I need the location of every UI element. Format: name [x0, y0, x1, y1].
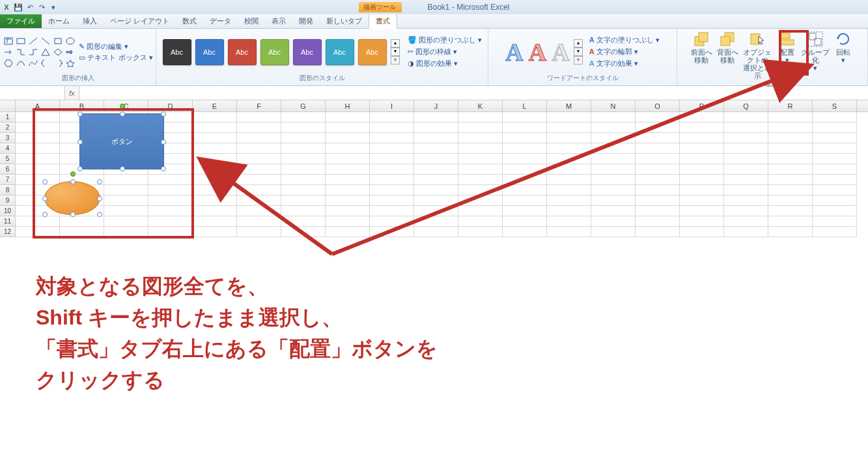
cell[interactable] [768, 196, 813, 206]
cell[interactable] [148, 216, 193, 227]
cell[interactable] [813, 185, 857, 196]
rotate-button[interactable]: 回転▾ [831, 30, 856, 64]
cell[interactable] [237, 112, 281, 123]
tab-newtab[interactable]: 新しいタブ [320, 14, 369, 28]
cell[interactable] [591, 216, 636, 227]
rotation-handle[interactable] [70, 171, 76, 177]
col-header[interactable]: P [680, 100, 724, 111]
selection-handle[interactable] [77, 139, 83, 145]
cell[interactable] [281, 112, 326, 123]
selection-handle[interactable] [77, 111, 83, 117]
cell[interactable] [104, 216, 148, 227]
cell[interactable] [503, 216, 547, 227]
cell[interactable] [370, 112, 414, 123]
cell[interactable] [281, 164, 326, 175]
cell[interactable] [104, 227, 148, 237]
shape-star-icon[interactable] [64, 58, 76, 68]
tab-pagelayout[interactable]: ページ レイアウト [104, 14, 176, 28]
redo-icon[interactable]: ↷ [36, 2, 47, 12]
cell[interactable] [591, 206, 636, 216]
cell[interactable] [148, 175, 193, 185]
cell[interactable] [724, 112, 768, 123]
shape-effects-button[interactable]: ◑図形の効果 ▾ [408, 59, 482, 68]
cell[interactable] [636, 175, 680, 185]
row-header[interactable]: 5 [0, 154, 16, 164]
cell[interactable] [503, 133, 547, 143]
cell[interactable] [193, 196, 237, 206]
cell[interactable] [237, 227, 281, 237]
cell[interactable] [60, 216, 104, 227]
cell[interactable] [813, 133, 857, 143]
text-fill-button[interactable]: A 文字の塗りつぶし ▾ [589, 35, 660, 45]
style-swatch-3[interactable]: Abc [228, 39, 257, 65]
cell[interactable] [636, 216, 680, 227]
cell[interactable] [724, 143, 768, 154]
col-header[interactable]: Q [724, 100, 768, 111]
cell[interactable] [636, 133, 680, 143]
tab-formulas[interactable]: 数式 [176, 14, 203, 28]
cell[interactable] [60, 227, 104, 237]
cell[interactable] [193, 185, 237, 196]
cell[interactable] [724, 175, 768, 185]
col-header[interactable]: I [370, 100, 414, 111]
cell[interactable] [680, 206, 724, 216]
cell[interactable] [16, 123, 60, 133]
cell[interactable] [281, 196, 326, 206]
cell[interactable] [768, 154, 813, 164]
cell[interactable] [237, 206, 281, 216]
cell[interactable] [813, 206, 857, 216]
row-header[interactable]: 7 [0, 175, 16, 185]
cell[interactable] [636, 227, 680, 237]
text-effects-button[interactable]: A 文字の効果 ▾ [589, 59, 660, 68]
gallery-down-icon[interactable]: ▾ [391, 48, 400, 56]
col-header[interactable]: D [148, 100, 193, 111]
cell[interactable] [458, 123, 503, 133]
cell[interactable] [237, 123, 281, 133]
cell[interactable] [281, 143, 326, 154]
cell[interactable] [503, 112, 547, 123]
cell[interactable] [591, 154, 636, 164]
tab-insert[interactable]: 挿入 [76, 14, 104, 28]
cell[interactable] [414, 133, 458, 143]
tab-developer[interactable]: 開発 [292, 14, 320, 28]
cell[interactable] [591, 185, 636, 196]
cell[interactable] [414, 227, 458, 237]
cell[interactable] [724, 185, 768, 196]
selection-handle[interactable] [70, 179, 76, 184]
selection-handle[interactable] [42, 212, 48, 217]
col-header[interactable]: J [414, 100, 458, 111]
tab-format[interactable]: 書式 [369, 14, 397, 29]
cell[interactable] [768, 175, 813, 185]
cell[interactable] [680, 164, 724, 175]
shape-elbow2-icon[interactable] [27, 47, 39, 57]
save-icon[interactable]: 💾 [13, 2, 23, 12]
cell[interactable] [370, 133, 414, 143]
col-header[interactable]: N [591, 100, 636, 111]
wordart-gallery[interactable]: A A A [505, 38, 569, 66]
shape-line-icon[interactable] [27, 36, 39, 46]
cell[interactable] [636, 206, 680, 216]
cell[interactable] [680, 185, 724, 196]
cell[interactable] [503, 143, 547, 154]
cell[interactable] [813, 112, 857, 123]
cell[interactable] [591, 133, 636, 143]
cell[interactable] [547, 154, 591, 164]
wordart-style-2[interactable]: A [529, 38, 546, 66]
wordart-style-1[interactable]: A [505, 38, 523, 66]
cell[interactable] [591, 143, 636, 154]
cell[interactable] [414, 196, 458, 206]
cell[interactable] [458, 112, 503, 123]
cell[interactable] [724, 123, 768, 133]
col-header[interactable]: B [60, 100, 104, 111]
cell[interactable] [326, 133, 370, 143]
cell[interactable] [813, 143, 857, 154]
cell[interactable] [193, 227, 237, 237]
shape-rect-icon[interactable] [15, 36, 27, 46]
row-header[interactable]: 9 [0, 196, 16, 206]
selection-handle[interactable] [97, 196, 102, 201]
cell[interactable] [281, 133, 326, 143]
cell[interactable] [547, 133, 591, 143]
selection-handle[interactable] [120, 166, 125, 171]
cell[interactable] [326, 154, 370, 164]
col-header[interactable]: R [768, 100, 813, 111]
